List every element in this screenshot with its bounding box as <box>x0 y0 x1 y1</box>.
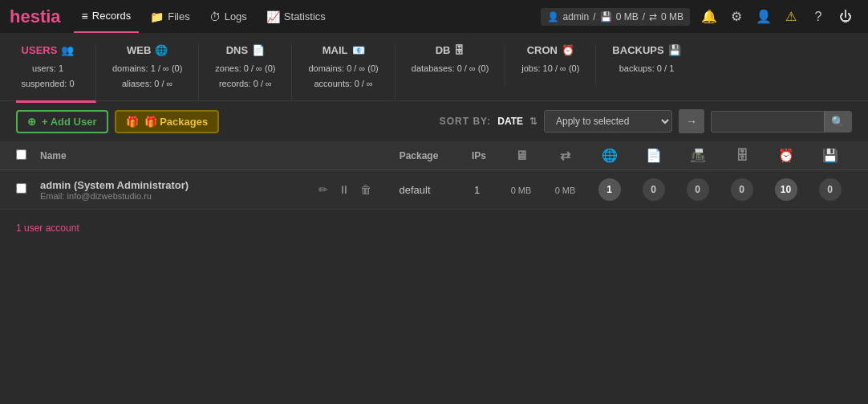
row-bandwidth: 0 MB <box>543 182 587 197</box>
header-name: Name <box>40 150 379 161</box>
stat-dns[interactable]: DNS 📄 zones: 0 / ∞ (0) records: 0 / ∞ <box>199 44 292 100</box>
stat-mail-data: domains: 0 / ∞ (0) accounts: 0 / ∞ <box>308 61 378 91</box>
row-ips: 1 <box>455 184 499 196</box>
gear-button[interactable]: ⚙ <box>724 4 749 30</box>
table-header: Name Package IPs 🖥 ⇄ 🌐 📄 📠 🗄 ⏰ 💾 <box>0 141 868 170</box>
warning-button[interactable]: ⚠ <box>778 4 804 30</box>
row-username[interactable]: admin (System Administrator) <box>40 179 301 191</box>
dns-doc-icon: 📄 <box>252 44 265 56</box>
sort-field-value: DATE <box>497 116 523 127</box>
search-input[interactable] <box>712 112 824 131</box>
db-icon: 🗄 <box>454 44 464 56</box>
stat-web-title: WEB 🌐 <box>127 44 168 56</box>
stat-users-data: users: 1 suspended: 0 <box>21 61 74 91</box>
stat-backups-title: BACKUPS 💾 <box>612 44 680 56</box>
bandwidth-icon: ⇄ <box>649 11 657 22</box>
header-ips: IPs <box>459 150 499 161</box>
header-mail-icon: 📠 <box>675 148 720 163</box>
mail-icon: 📧 <box>352 44 365 56</box>
stat-db-title: DB 🗄 <box>436 44 465 56</box>
packages-button[interactable]: 🎁 🎁 Packages <box>115 110 220 133</box>
stat-web-data: domains: 1 / ∞ (0) aliases: 0 / ∞ <box>112 61 182 91</box>
db-col-icon: 🗄 <box>736 149 748 162</box>
statistics-icon: 📈 <box>266 10 280 23</box>
logo-text: hestia <box>10 6 61 27</box>
row-backup-count: 0 <box>808 178 852 201</box>
header-transfer-icon: ⇄ <box>543 148 587 163</box>
records-icon: ≡ <box>82 10 88 22</box>
dns-col-icon: 📄 <box>646 149 662 162</box>
help-button[interactable]: ? <box>805 4 831 30</box>
disk-icon: 💾 <box>600 11 612 22</box>
sort-area: SORT BY: DATE ⇅ Apply to selected Suspen… <box>440 109 852 133</box>
files-icon: 📁 <box>150 10 164 23</box>
users-icon: 👥 <box>61 44 74 56</box>
row-check <box>16 183 40 196</box>
add-user-button[interactable]: ⊕ + Add User <box>16 110 108 133</box>
row-db-count: 0 <box>720 178 764 201</box>
cron-badge: 10 <box>775 178 797 201</box>
header-db-icon: 🗄 <box>720 149 764 163</box>
nav-logs[interactable]: ⏱ Logs <box>201 0 255 33</box>
backups-icon: 💾 <box>668 44 681 56</box>
logo[interactable]: hestia <box>10 6 61 27</box>
stat-dns-data: zones: 0 / ∞ (0) records: 0 / ∞ <box>215 61 275 91</box>
row-actions: ✏ ⏸ 🗑 <box>315 182 375 198</box>
bell-button[interactable]: 🔔 <box>696 4 722 30</box>
backup-badge: 0 <box>819 178 842 201</box>
stats-bar: USERS 👥 users: 1 suspended: 0 WEB 🌐 doma… <box>0 33 868 101</box>
stat-mail[interactable]: MAIL 📧 domains: 0 / ∞ (0) accounts: 0 / … <box>292 44 395 100</box>
nav-statistics[interactable]: 📈 Statistics <box>258 0 334 33</box>
header-check <box>16 149 40 162</box>
backup-col-icon: 💾 <box>822 149 838 162</box>
stat-mail-title: MAIL 📧 <box>322 44 365 56</box>
stat-backups-data: backups: 0 / 1 <box>619 61 675 76</box>
row-mail-count: 0 <box>675 178 720 201</box>
add-icon: ⊕ <box>27 116 36 128</box>
dns-badge: 0 <box>643 178 665 201</box>
go-button[interactable]: → <box>679 109 704 133</box>
header-web-icon: 🖥 <box>499 149 543 163</box>
footer-summary: 1 user account <box>16 222 79 234</box>
edit-button[interactable]: ✏ <box>315 182 331 198</box>
apply-select[interactable]: Apply to selected Suspend Unsuspend Dele… <box>544 110 672 133</box>
logs-icon: ⏱ <box>209 10 221 23</box>
select-all-checkbox[interactable] <box>16 149 26 160</box>
transfer-col-icon: ⇄ <box>560 149 570 162</box>
stat-backups[interactable]: BACKUPS 💾 backups: 0 / 1 <box>596 44 696 86</box>
row-web-count: 1 <box>587 178 631 201</box>
mail-col-icon: 📠 <box>690 149 706 162</box>
logo-accent: h <box>10 6 20 27</box>
stat-cron[interactable]: CRON ⏰ jobs: 10 / ∞ (0) <box>505 44 596 86</box>
stat-db[interactable]: DB 🗄 databases: 0 / ∞ (0) <box>395 44 506 86</box>
web-col-icon: 🖥 <box>515 149 528 162</box>
logout-button[interactable]: ⏻ <box>833 4 858 30</box>
nav-records[interactable]: ≡ Records <box>74 0 140 33</box>
stat-web[interactable]: WEB 🌐 domains: 1 / ∞ (0) aliases: 0 / ∞ <box>96 44 199 100</box>
row-dns-count: 0 <box>631 178 675 201</box>
cron-col-icon: ⏰ <box>778 149 794 162</box>
db-badge: 0 <box>731 178 753 201</box>
row-cron-count: 10 <box>764 178 808 201</box>
nav-left: hestia ≡ Records 📁 Files ⏱ Logs 📈 Statis… <box>10 0 334 33</box>
sort-direction-icon[interactable]: ⇅ <box>529 116 537 127</box>
stats-wrapper: USERS 👥 users: 1 suspended: 0 WEB 🌐 doma… <box>0 33 868 101</box>
user-button[interactable]: 👤 <box>751 4 777 30</box>
row-checkbox[interactable] <box>16 183 26 194</box>
header-backup-icon: 💾 <box>808 148 852 163</box>
stat-db-data: databases: 0 / ∞ (0) <box>412 61 489 76</box>
search-icon: 🔍 <box>831 116 845 128</box>
go-arrow-icon: → <box>686 115 697 128</box>
nav-files[interactable]: 📁 Files <box>142 0 197 33</box>
delete-button[interactable]: 🗑 <box>357 182 375 198</box>
web-badge: 1 <box>598 178 621 201</box>
search-button[interactable]: 🔍 <box>824 112 851 132</box>
top-nav: hestia ≡ Records 📁 Files ⏱ Logs 📈 Statis… <box>0 0 868 33</box>
toolbar: ⊕ + Add User 🎁 🎁 Packages SORT BY: DATE … <box>0 101 868 141</box>
stat-cron-title: CRON ⏰ <box>527 44 574 56</box>
globe-col-icon: 🌐 <box>602 149 618 162</box>
row-disk: 0 MB <box>499 182 543 197</box>
footer: 1 user account <box>0 210 868 247</box>
stat-users[interactable]: USERS 👥 users: 1 suspended: 0 <box>16 44 96 103</box>
suspend-button[interactable]: ⏸ <box>335 182 353 198</box>
